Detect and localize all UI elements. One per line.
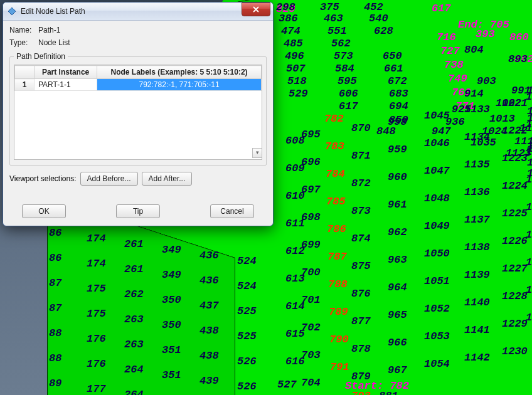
scroll-down-icon[interactable]: ▾ bbox=[252, 148, 262, 158]
highlight-node-label: 727 bbox=[440, 45, 460, 57]
node-label: 1053 bbox=[424, 330, 450, 342]
node-label: 1316 bbox=[526, 284, 532, 296]
node-label: 86 bbox=[49, 227, 61, 239]
node-label: 661 bbox=[384, 63, 403, 75]
col-part-instance[interactable]: Part Instance bbox=[35, 66, 97, 79]
node-label: 1137 bbox=[464, 214, 490, 226]
node-label: 1142 bbox=[464, 352, 490, 364]
node-label: 628 bbox=[374, 25, 393, 37]
node-label: 914 bbox=[464, 88, 484, 100]
node-label: 804 bbox=[464, 44, 484, 56]
highlight-node-label: 749 bbox=[448, 73, 467, 85]
node-label: 474 bbox=[281, 25, 301, 37]
node-label: 947 bbox=[432, 125, 451, 137]
node-label: 1139 bbox=[464, 269, 490, 281]
node-label: 551 bbox=[327, 25, 347, 37]
highlight-node-label: 738 bbox=[444, 59, 464, 71]
path-table[interactable]: Part Instance Node Labels (Examples: 5 5… bbox=[14, 65, 262, 160]
col-node-labels[interactable]: Node Labels (Examples: 5 5:10 5:10:2) bbox=[97, 66, 262, 79]
node-label: 1399 bbox=[527, 140, 532, 152]
node-label: 524 bbox=[237, 255, 257, 267]
node-label: 1134 bbox=[464, 131, 490, 143]
node-label: 88 bbox=[49, 352, 61, 364]
path-node-label: 789 bbox=[329, 306, 348, 318]
node-label: 386 bbox=[279, 13, 298, 24]
node-label: 878 bbox=[351, 343, 371, 355]
node-label: 175 bbox=[87, 283, 106, 295]
node-label: 965 bbox=[388, 309, 407, 321]
node-label: 695 bbox=[301, 129, 321, 140]
path-node-label: 784 bbox=[326, 168, 345, 180]
cell-node-labels[interactable]: 792:782:-1, 771:705:-11 bbox=[97, 79, 262, 91]
node-label: 87 bbox=[49, 302, 61, 314]
path-definition-group: Path Definition Part Instance Node Label… bbox=[9, 52, 267, 166]
node-label: 1400 bbox=[527, 167, 532, 179]
node-label: 87 bbox=[49, 277, 61, 289]
node-label: 700 bbox=[301, 266, 321, 278]
node-label: 351 bbox=[162, 369, 181, 381]
node-label: 174 bbox=[87, 258, 106, 270]
node-label: 86 bbox=[49, 252, 61, 264]
node-label: 496 bbox=[285, 50, 304, 62]
node-label: 595 bbox=[338, 75, 357, 87]
node-label: 1050 bbox=[424, 248, 450, 260]
node-label: 264 bbox=[124, 364, 144, 376]
node-label: 697 bbox=[301, 184, 321, 196]
node-label: 962 bbox=[388, 226, 407, 238]
node-label: 525 bbox=[237, 330, 257, 342]
path-node-label: 782 bbox=[324, 113, 344, 125]
path-node-label: 787 bbox=[327, 251, 347, 263]
node-label: 1230 bbox=[502, 345, 528, 357]
node-label: 485 bbox=[284, 38, 303, 50]
node-label: 963 bbox=[388, 254, 407, 266]
table-scrollbar[interactable]: ▾ bbox=[252, 78, 261, 158]
node-label: 876 bbox=[351, 288, 371, 300]
node-label: 1227 bbox=[502, 263, 528, 275]
node-label: 958 bbox=[388, 116, 407, 128]
table-row[interactable]: 1 PART-1-1 792:782:-1, 771:705:-11 bbox=[15, 79, 262, 91]
node-label: 694 bbox=[389, 100, 408, 112]
node-label: 961 bbox=[388, 199, 407, 211]
node-label: 959 bbox=[388, 144, 407, 155]
highlight-node-label: 617 bbox=[432, 3, 451, 14]
node-label: 1397 bbox=[527, 85, 532, 97]
cell-part-instance[interactable]: PART-1-1 bbox=[35, 79, 97, 91]
cancel-button[interactable]: Cancel bbox=[210, 204, 254, 218]
close-button[interactable] bbox=[242, 3, 270, 16]
node-label: 89 bbox=[49, 377, 61, 389]
node-label: 88 bbox=[49, 327, 61, 339]
node-label: 964 bbox=[388, 282, 407, 293]
node-label: 526 bbox=[237, 381, 257, 392]
node-label: 1141 bbox=[464, 324, 490, 336]
node-label: 573 bbox=[334, 50, 353, 62]
add-after-button[interactable]: Add After... bbox=[142, 172, 193, 186]
ok-button[interactable]: OK bbox=[22, 204, 66, 218]
path-node-label: 793 bbox=[351, 390, 371, 395]
node-label: 175 bbox=[87, 308, 106, 320]
row-index: 1 bbox=[15, 79, 35, 91]
node-label: 1049 bbox=[424, 220, 450, 232]
node-label: 177 bbox=[87, 383, 106, 395]
titlebar[interactable]: Edit Node List Path bbox=[3, 3, 273, 21]
node-label: 375 bbox=[320, 1, 339, 13]
path-node-label: 783 bbox=[325, 140, 344, 152]
add-before-button[interactable]: Add Before... bbox=[80, 172, 138, 186]
node-label: 437 bbox=[200, 300, 219, 312]
node-label: 349 bbox=[162, 269, 181, 281]
node-label: 893 bbox=[508, 53, 528, 65]
name-value: Path-1 bbox=[38, 26, 60, 34]
node-label: 877 bbox=[351, 315, 371, 327]
node-label: 683 bbox=[389, 88, 408, 100]
node-label: 1398 bbox=[527, 112, 532, 124]
node-label: 452 bbox=[364, 1, 383, 13]
tip-button[interactable]: Tip bbox=[116, 204, 160, 218]
svg-marker-0 bbox=[8, 8, 16, 15]
highlight-node-label: 716 bbox=[437, 31, 456, 43]
node-label: 174 bbox=[87, 233, 106, 245]
node-label: 439 bbox=[200, 375, 219, 387]
node-label: 263 bbox=[124, 313, 144, 325]
node-label: 1229 bbox=[502, 318, 528, 330]
node-label: 1054 bbox=[424, 358, 450, 370]
dialog-body: Name: Path-1 Type: Node List Path Defini… bbox=[3, 21, 273, 198]
node-label: 264 bbox=[124, 389, 144, 395]
